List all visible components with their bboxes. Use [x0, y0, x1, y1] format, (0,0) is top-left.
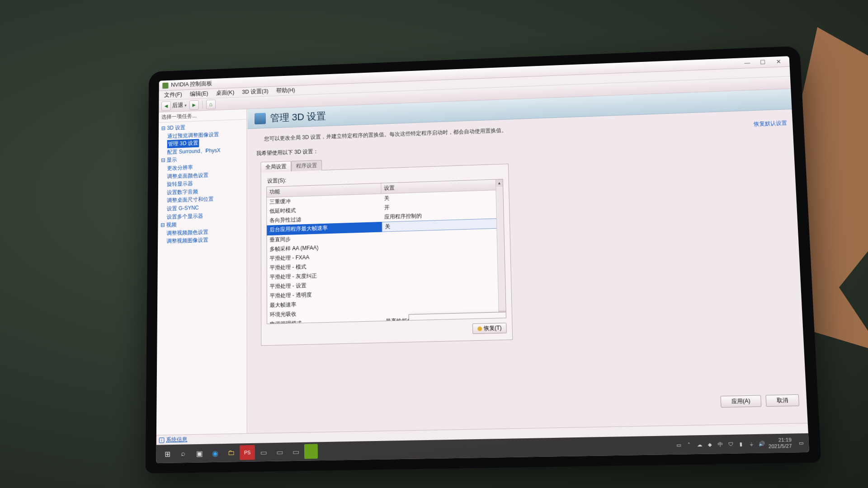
- tray-wifi-icon[interactable]: ⏚: [747, 440, 755, 448]
- edge-icon[interactable]: ◉: [208, 446, 223, 460]
- explorer-icon[interactable]: 🗀: [224, 446, 239, 460]
- restore-button[interactable]: 恢复(T): [472, 323, 507, 334]
- settings-grid[interactable]: 功能 设置 三重缓冲关低延时模式开各向异性过滤应用程序控制的后台应用程序最大帧速…: [266, 179, 506, 324]
- window-controls: — ☐ ✕: [740, 57, 786, 67]
- tray-security-icon[interactable]: 🛡: [726, 440, 734, 448]
- page-header-icon: [255, 113, 266, 124]
- settings-panel: 设置(S): 功能 设置 三重缓冲关低延时模式开各向异性过滤应用程序控制的后台应…: [261, 164, 513, 346]
- forward-button[interactable]: ►: [189, 100, 199, 110]
- app-icon: [162, 82, 168, 89]
- scroll-up-icon[interactable]: ▲: [496, 179, 503, 187]
- start-button[interactable]: ⊞: [160, 446, 175, 461]
- sidebar: 选择一项任务... ⊟ 3D 设置 通过预览调整图像设置 管理 3D 设置 配置…: [156, 109, 247, 435]
- nvidia-control-panel-window: NVIDIA 控制面板 — ☐ ✕ 文件(F) 编辑(E) 桌面(K) 3D 设…: [156, 56, 808, 445]
- tray-chevron-icon[interactable]: ˄: [685, 441, 693, 449]
- menu-3d[interactable]: 3D 设置(3): [239, 88, 272, 96]
- taskview-icon[interactable]: ▣: [192, 446, 207, 461]
- tray-overflow-icon[interactable]: ▭: [675, 441, 683, 449]
- footer-buttons: 应用(A) 取消: [720, 394, 799, 408]
- system-info-link[interactable]: 系统信息: [166, 436, 187, 444]
- nvidia-taskbar-icon[interactable]: [304, 444, 318, 459]
- laptop-frame: NVIDIA 控制面板 — ☐ ✕ 文件(F) 编辑(E) 桌面(K) 3D 设…: [146, 46, 821, 474]
- tray-onedrive-icon[interactable]: ☁: [695, 441, 703, 449]
- app-icon-4[interactable]: ▭: [288, 444, 303, 459]
- settings-panel-wrap: 全局设置 程序设置 设置(S): 功能 设置 三重缓冲关低延时模式开各向异性过滤…: [261, 144, 794, 346]
- menu-file[interactable]: 文件(F): [160, 91, 185, 99]
- tray-battery-icon[interactable]: ▮: [737, 440, 745, 448]
- restore-defaults-link[interactable]: 恢复默认设置: [754, 119, 787, 128]
- window-title: NVIDIA 控制面板: [171, 80, 212, 89]
- clock-date: 2021/5/27: [769, 443, 792, 450]
- back-label: 后退: [172, 102, 184, 109]
- menu-edit[interactable]: 编辑(E): [186, 90, 212, 98]
- page-title: 管理 3D 设置: [270, 109, 326, 124]
- minimize-button[interactable]: —: [740, 59, 755, 67]
- tab-program[interactable]: 程序设置: [291, 160, 322, 172]
- tray-nvidia-icon[interactable]: ◆: [706, 441, 713, 448]
- main-panel: 管理 3D 设置 您可以更改全局 3D 设置，并建立特定程序的置换值。每次这些特…: [247, 89, 808, 433]
- app-icon-1[interactable]: PS: [240, 445, 255, 460]
- toolbar-separator: [202, 100, 203, 109]
- menu-help[interactable]: 帮助(H): [273, 86, 298, 94]
- home-button[interactable]: ⌂: [206, 99, 216, 109]
- notifications-icon[interactable]: ▭: [797, 439, 805, 447]
- screen: NVIDIA 控制面板 — ☐ ✕ 文件(F) 编辑(E) 桌面(K) 3D 设…: [156, 56, 809, 463]
- tray-ime-icon[interactable]: 中: [716, 441, 724, 448]
- cancel-button[interactable]: 取消: [765, 394, 799, 407]
- clock-time: 21:19: [768, 437, 792, 443]
- menu-desktop[interactable]: 桌面(K): [212, 89, 238, 97]
- back-button[interactable]: ◄ 后退 ▾: [161, 100, 187, 111]
- content-area: 选择一项任务... ⊟ 3D 设置 通过预览调整图像设置 管理 3D 设置 配置…: [156, 89, 808, 435]
- settings-grid-body[interactable]: 三重缓冲关低延时模式开各向异性过滤应用程序控制的后台应用程序最大帧速率关垂直同步…: [267, 190, 506, 324]
- tab-global[interactable]: 全局设置: [261, 161, 292, 172]
- apply-button[interactable]: 应用(A): [720, 395, 761, 408]
- close-button[interactable]: ✕: [771, 57, 786, 66]
- info-icon: i: [159, 437, 165, 443]
- back-icon: ◄: [161, 101, 171, 111]
- maximize-button[interactable]: ☐: [755, 58, 770, 66]
- search-icon[interactable]: ⌕: [176, 446, 191, 461]
- app-icon-2[interactable]: ▭: [256, 445, 271, 460]
- task-tree[interactable]: ⊟ 3D 设置 通过预览调整图像设置 管理 3D 设置 配置 Surround、…: [158, 120, 247, 248]
- app-icon-3[interactable]: ▭: [272, 445, 287, 460]
- tray-volume-icon[interactable]: 🔊: [758, 440, 766, 447]
- taskbar-clock[interactable]: 21:19 2021/5/27: [768, 437, 795, 449]
- system-tray[interactable]: ▭ ˄ ☁ ◆ 中 🛡 ▮ ⏚ 🔊 21:19 2021/5/27 ▭: [675, 437, 806, 451]
